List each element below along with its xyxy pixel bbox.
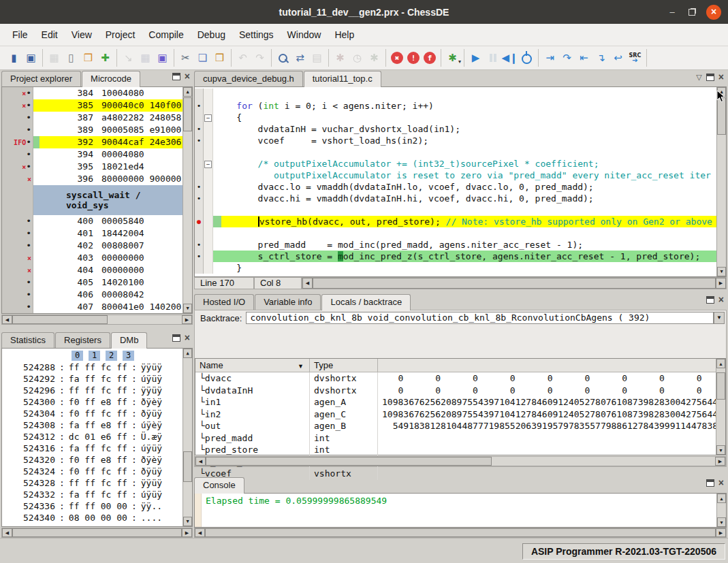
memory-row[interactable]: 524320 : f0 ff e8 ff : ðÿèÿ xyxy=(2,454,183,466)
fold-gutter[interactable] xyxy=(204,135,213,146)
memory-row[interactable]: 524304 : f0 ff fc ff : ðÿüÿ xyxy=(2,408,183,419)
menu-item[interactable]: Window xyxy=(281,25,328,44)
memory-row[interactable]: 524316 : fa ff fc ff : úÿüÿ xyxy=(2,443,183,454)
code-editor[interactable]: for (int i = 0; i < agens.niter; i++) { … xyxy=(194,86,727,277)
step-return-icon[interactable]: ↩ xyxy=(610,50,627,66)
open-book-icon[interactable]: ▣ xyxy=(22,50,39,66)
fold-gutter[interactable] xyxy=(204,112,213,123)
float-panel-icon[interactable] xyxy=(172,334,180,342)
microcode-row[interactable]: • 39400004080 xyxy=(2,148,183,161)
variable-row[interactable]: └pred_store int xyxy=(195,444,716,456)
breakpoint-gutter[interactable] xyxy=(195,146,204,158)
fold-gutter[interactable] xyxy=(204,170,213,181)
close-button[interactable]: × xyxy=(706,5,721,20)
horizontal-scrollbar[interactable]: ◀ ▶ xyxy=(1,315,193,325)
column-header-type[interactable]: Type xyxy=(310,359,378,372)
form-view-icon[interactable]: ▤ xyxy=(308,50,326,66)
src-mode-icon[interactable]: SRC xyxy=(627,50,644,66)
microcode-book-icon[interactable]: ▮ xyxy=(5,50,22,66)
fold-gutter[interactable] xyxy=(204,89,213,100)
breakpoint-gutter[interactable] xyxy=(195,135,204,146)
rebuild-icon[interactable]: ✱ xyxy=(366,50,383,66)
memory-row[interactable]: 524300 : f0 ff e8 ff : ðÿèÿ xyxy=(2,396,183,408)
microcode-row[interactable]: • 40000005840 xyxy=(2,215,183,227)
copy-icon[interactable]: ❏ xyxy=(194,50,211,66)
microcode-list[interactable]: ×• 38410004080 ×• 385900040c0 140f00 • 3… xyxy=(1,86,193,314)
memory-row[interactable]: 524332 : fa ff fc ff : úÿüÿ xyxy=(2,489,183,500)
microcode-row[interactable]: • 40514020100 xyxy=(2,276,183,289)
compile-icon[interactable]: ✱ xyxy=(332,50,349,66)
breakpoint-gutter[interactable] xyxy=(195,239,204,251)
memory-row[interactable]: 524296 : ff ff fc ff : ÿÿüÿ xyxy=(2,385,183,396)
undo-icon[interactable]: ↶ xyxy=(234,50,251,66)
save-all-icon[interactable]: ▣ xyxy=(154,50,171,66)
menu-item[interactable]: Settings xyxy=(232,25,281,44)
menu-item[interactable]: Project xyxy=(99,25,142,44)
fold-gutter[interactable] xyxy=(204,193,213,204)
vertical-scrollbar[interactable]: ▲ ▼ xyxy=(716,87,726,276)
profile-clock-icon[interactable]: ◷ xyxy=(349,50,366,66)
paste-icon[interactable]: ❒ xyxy=(211,50,228,66)
variable-row[interactable]: └dvacc dvshortx 0 0 0 0 0 0 0 0 0 0 0 0 … xyxy=(195,372,716,385)
tab[interactable]: Locals / backtrace xyxy=(321,294,411,310)
save-icon[interactable]: ▦ xyxy=(137,50,154,66)
vertical-scrollbar[interactable]: ▲ ▼ xyxy=(183,87,192,313)
menu-item[interactable]: Debug xyxy=(191,25,232,44)
microcode-row[interactable]: • 40118442004 xyxy=(2,227,183,240)
microcode-row[interactable]: × 40300000000 xyxy=(2,252,183,264)
run-icon[interactable]: ▶ xyxy=(467,50,484,66)
fold-gutter[interactable] xyxy=(204,123,213,135)
memory-dump[interactable]: 0123 524288 : ff ff fc ff : ÿÿüÿ 524292 … xyxy=(1,348,193,527)
breakpoint-gutter[interactable] xyxy=(195,251,204,262)
microcode-row[interactable]: IFO• 39290044caf 24e306 xyxy=(2,136,183,148)
fold-gutter[interactable] xyxy=(204,204,213,216)
fold-gutter[interactable] xyxy=(204,262,213,274)
editor-tab[interactable]: cupva_device_debug.h xyxy=(194,71,303,86)
breakpoint-gutter[interactable] xyxy=(195,227,204,239)
tab-list-icon[interactable]: ▽ xyxy=(696,73,701,82)
menu-item[interactable]: Help xyxy=(328,25,361,44)
breakpoint-function-icon[interactable]: f xyxy=(424,52,436,64)
breakpoint-gutter[interactable] xyxy=(195,170,204,181)
breakpoint-gutter[interactable] xyxy=(195,158,204,170)
variable-row[interactable]: └dvdataInH dvshortx 0 0 0 0 0 0 0 0 0 0 … xyxy=(195,385,716,397)
memory-row[interactable]: 524288 : ff ff fc ff : ÿÿüÿ xyxy=(2,361,183,373)
breakpoint-gutter[interactable] xyxy=(195,193,204,204)
redo-icon[interactable]: ↷ xyxy=(251,50,268,66)
fold-gutter[interactable] xyxy=(204,100,213,112)
tab[interactable]: Registers xyxy=(55,332,110,348)
close-panel-icon[interactable]: × xyxy=(185,334,190,342)
microcode-row[interactable]: ×• 385900040c0 140f00 xyxy=(2,99,183,112)
breakpoint-gutter[interactable] xyxy=(195,216,204,227)
breakpoint-gutter[interactable] xyxy=(195,89,204,100)
fold-gutter[interactable] xyxy=(204,146,213,158)
fold-gutter[interactable] xyxy=(204,181,213,193)
breakpoint-gutter[interactable] xyxy=(195,181,204,193)
fold-gutter[interactable] xyxy=(204,227,213,239)
stop-icon[interactable]: ✖ xyxy=(391,52,403,64)
variable-row[interactable]: └pred_madd int xyxy=(195,432,716,445)
close-panel-icon[interactable]: × xyxy=(718,479,724,487)
horizontal-scrollbar[interactable]: ◀ ▶ xyxy=(302,277,727,289)
tab-console[interactable]: Console xyxy=(194,477,244,494)
microcode-row[interactable]: • 407800041e0 140200 xyxy=(2,301,183,313)
breakpoint-gutter[interactable] xyxy=(195,100,204,112)
microcode-row[interactable]: × 40400000000 xyxy=(2,264,183,276)
column-header-values[interactable] xyxy=(378,359,725,372)
breakpoint-gutter[interactable] xyxy=(195,262,204,274)
microcode-row[interactable]: • 40600008042 xyxy=(2,289,183,301)
menu-item[interactable]: Edit xyxy=(35,25,65,44)
float-panel-icon[interactable] xyxy=(706,479,714,487)
float-panel-icon[interactable] xyxy=(706,74,714,81)
microcode-row[interactable]: × 39680000000 900000 xyxy=(2,173,183,185)
float-panel-icon[interactable] xyxy=(172,73,180,80)
variable-row[interactable]: └in2 agen_C 1098367625620897554397104127… xyxy=(195,408,716,421)
tab[interactable]: Microcode xyxy=(82,71,140,87)
editor-tab[interactable]: tutorial11_top.c xyxy=(304,71,381,87)
fold-gutter[interactable] xyxy=(204,216,213,227)
horizontal-scrollbar[interactable]: ◀ ▶ xyxy=(195,456,726,466)
fold-gutter[interactable] xyxy=(204,158,213,170)
memory-row[interactable]: 524340 : 08 00 00 00 : .... xyxy=(2,512,183,524)
import-icon[interactable]: ↘ xyxy=(120,50,137,66)
tab[interactable]: DMb xyxy=(111,332,147,349)
